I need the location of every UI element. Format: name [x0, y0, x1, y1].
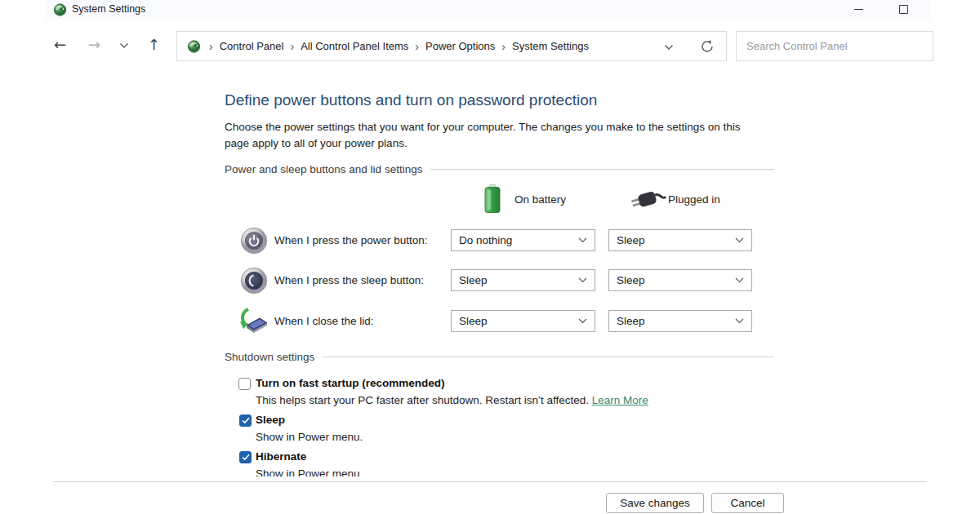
close-lid-plugged-in-select[interactable]: Sleep	[608, 310, 752, 332]
close-lid-on-battery-select[interactable]: Sleep	[451, 310, 595, 332]
section-header-label: Shutdown settings	[225, 351, 323, 363]
select-value: Sleep	[452, 274, 578, 286]
column-header-on-battery: On battery	[514, 193, 566, 206]
chevron-down-icon	[735, 237, 744, 243]
recent-pages-chevron-icon[interactable]	[119, 42, 129, 49]
search-box	[736, 31, 933, 61]
section-header-shutdown: Shutdown settings	[225, 351, 774, 363]
chevron-down-icon	[578, 237, 587, 243]
breadcrumb-item-power-options[interactable]: Power Options	[425, 40, 495, 52]
fast-startup-checkbox[interactable]	[238, 378, 251, 390]
power-options-app-icon	[53, 2, 67, 16]
search-input[interactable]	[737, 32, 933, 60]
save-changes-button[interactable]: Save changes	[606, 493, 704, 513]
hibernate-label: Hibernate	[256, 450, 306, 463]
titlebar: System Settings	[45, 0, 931, 20]
breadcrumb-separator: ›	[203, 40, 220, 53]
hibernate-checkbox[interactable]	[239, 451, 252, 463]
page-description: Choose the power settings that you want …	[225, 119, 762, 152]
select-value: Sleep	[609, 274, 735, 286]
plug-icon	[627, 188, 666, 210]
laptop-lid-icon	[237, 306, 270, 335]
breadcrumb: › Control Panel › All Control Panel Item…	[177, 32, 726, 60]
power-button-plugged-in-select[interactable]: Sleep	[608, 229, 752, 251]
forward-icon[interactable]: →	[88, 33, 100, 56]
sleep-button-icon	[240, 267, 268, 295]
refresh-icon[interactable]	[700, 39, 715, 54]
fast-startup-description: This helps start your PC faster after sh…	[256, 394, 648, 406]
fast-startup-label: Turn on fast startup (recommended)	[256, 377, 445, 389]
select-value: Sleep	[609, 234, 735, 246]
section-rule	[323, 357, 774, 357]
chevron-down-icon	[735, 277, 744, 283]
power-options-breadcrumb-icon	[187, 39, 201, 53]
row-label-power-button: When I press the power button:	[274, 234, 428, 246]
section-header-label: Power and sleep buttons and lid settings	[225, 163, 430, 175]
back-icon[interactable]: ←	[54, 33, 66, 56]
checkmark-icon	[242, 417, 250, 424]
address-bar[interactable]: › Control Panel › All Control Panel Item…	[176, 31, 727, 61]
breadcrumb-item-control-panel[interactable]: Control Panel	[220, 40, 284, 52]
chevron-down-icon	[578, 318, 587, 324]
section-header-power-buttons: Power and sleep buttons and lid settings	[225, 163, 774, 175]
power-button-icon	[240, 227, 268, 255]
breadcrumb-item-all-control-panel-items[interactable]: All Control Panel Items	[301, 40, 408, 52]
sleep-label: Sleep	[256, 414, 285, 426]
maximize-button[interactable]	[888, 0, 920, 20]
maximize-icon	[899, 5, 908, 14]
cancel-button[interactable]: Cancel	[711, 493, 784, 513]
power-button-on-battery-select[interactable]: Do nothing	[451, 229, 595, 251]
chevron-down-icon	[735, 318, 744, 324]
page-title: Define power buttons and turn on passwor…	[225, 91, 597, 109]
learn-more-link[interactable]: Learn More	[592, 394, 648, 406]
sleep-button-on-battery-select[interactable]: Sleep	[451, 269, 595, 291]
minimize-button[interactable]	[843, 0, 875, 20]
fast-startup-description-text: This helps start your PC faster after sh…	[256, 394, 592, 406]
select-value: Sleep	[452, 315, 578, 327]
row-label-close-lid: When I close the lid:	[274, 315, 374, 327]
select-value: Do nothing	[452, 234, 578, 246]
row-label-sleep-button: When I press the sleep button:	[274, 274, 424, 286]
address-dropdown-chevron-icon[interactable]	[664, 44, 674, 51]
system-settings-window: System Settings ← → ↑ › Control Panel › …	[0, 0, 980, 514]
select-value: Sleep	[609, 315, 735, 327]
chevron-down-icon	[578, 277, 587, 283]
breadcrumb-separator: ›	[495, 40, 512, 53]
checkmark-icon	[242, 454, 250, 461]
footer: Save changes Cancel	[0, 476, 980, 514]
sleep-checkbox[interactable]	[239, 414, 252, 427]
minimize-icon	[854, 9, 863, 10]
battery-icon	[483, 184, 501, 214]
footer-divider	[53, 481, 927, 482]
sleep-description: Show in Power menu.	[256, 431, 363, 443]
section-rule	[430, 169, 774, 170]
column-header-plugged-in: Plugged in	[668, 193, 720, 206]
breadcrumb-item-system-settings[interactable]: System Settings	[512, 40, 589, 52]
breadcrumb-separator: ›	[408, 40, 425, 53]
window-title: System Settings	[72, 3, 145, 15]
breadcrumb-separator: ›	[283, 40, 301, 53]
up-icon[interactable]: ↑	[148, 33, 160, 56]
sleep-button-plugged-in-select[interactable]: Sleep	[608, 269, 752, 291]
